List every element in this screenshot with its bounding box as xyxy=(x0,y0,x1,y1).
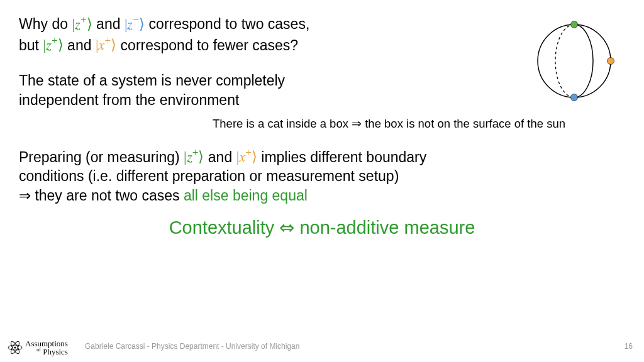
logo-line2: Physics xyxy=(43,347,68,356)
footer-page-number: 16 xyxy=(625,342,633,351)
svg-point-0 xyxy=(538,25,611,97)
svg-point-2 xyxy=(571,94,578,101)
bloch-sphere-diagram xyxy=(533,20,615,104)
footer-author: Gabriele Carcassi - Physics Department -… xyxy=(85,342,299,351)
statement-paragraph: The state of a system is never completel… xyxy=(19,71,434,110)
ket-x-plus: |𝑥+⟩ xyxy=(96,37,116,53)
text: implies different boundary xyxy=(257,148,426,165)
ket-z-minus: |𝑧−⟩ xyxy=(125,16,145,32)
text: and xyxy=(92,16,125,32)
text: correspond to fewer cases? xyxy=(116,36,298,53)
text: and xyxy=(64,36,96,53)
text: Preparing (or measuring) xyxy=(19,148,184,165)
logo-of: of xyxy=(36,347,41,353)
text: but xyxy=(19,36,43,53)
conclusion-heading: Contextuality ⇔ non-additive measure xyxy=(19,217,625,238)
question-paragraph: Why do |𝑧+⟩ and |𝑧−⟩ correspond to two c… xyxy=(19,13,434,55)
implication-paragraph: Preparing (or measuring) |𝑧+⟩ and |𝑥+⟩ i… xyxy=(19,146,625,206)
example-note: There is a cat inside a box ⇒ the box is… xyxy=(213,117,625,131)
ket-z-plus: |𝑧+⟩ xyxy=(72,16,92,32)
atom-icon xyxy=(8,340,23,355)
slide-footer: Assumptions of Physics Gabriele Carcassi… xyxy=(0,336,644,354)
text: Why do xyxy=(19,16,72,32)
text: conditions (i.e. different preparation o… xyxy=(19,167,625,186)
ket-z-plus-3: |𝑧+⟩ xyxy=(184,149,204,165)
text: and xyxy=(204,148,236,165)
ket-x-plus-2: |𝑥+⟩ xyxy=(236,149,257,165)
ket-z-plus-2: |𝑧+⟩ xyxy=(43,37,63,53)
svg-point-3 xyxy=(608,58,614,65)
text: independent from the environment xyxy=(19,90,434,110)
text: correspond to two cases, xyxy=(145,16,309,32)
slide: Why do |𝑧+⟩ and |𝑧−⟩ correspond to two c… xyxy=(0,0,644,362)
text: The state of a system is never completel… xyxy=(19,71,434,90)
footer-logo: Assumptions of Physics xyxy=(8,339,68,356)
text: ⇒ they are not two cases xyxy=(19,187,184,204)
text-emphasis: all else being equal xyxy=(184,187,308,204)
svg-point-7 xyxy=(14,346,16,348)
svg-point-1 xyxy=(571,21,578,28)
